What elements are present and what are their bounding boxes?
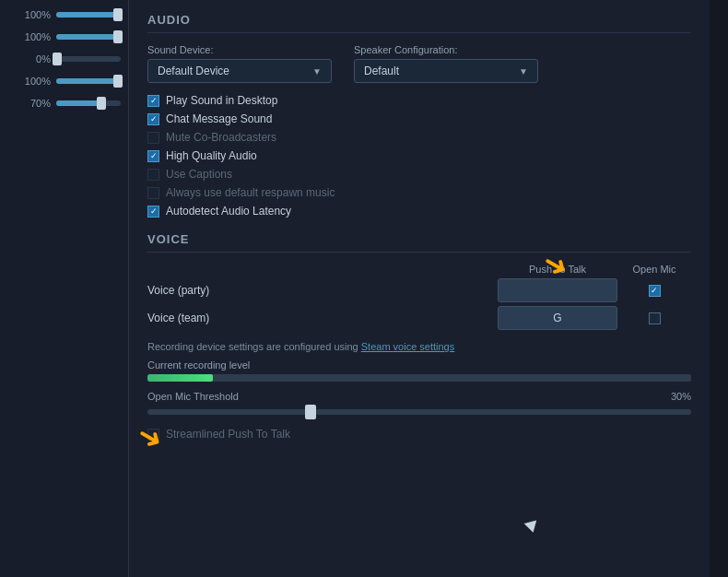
threshold-track[interactable]	[147, 409, 691, 415]
checkbox-autodetect-box[interactable]	[147, 206, 159, 218]
voice-party-ptt-button[interactable]	[498, 278, 617, 302]
checkbox-streamlined[interactable]: Streamlined Push To Talk	[147, 428, 691, 441]
threshold-label: Open Mic Threshold	[147, 391, 652, 402]
voice-row-party: Voice (party)	[147, 278, 691, 302]
checkbox-autodetect-label: Autodetect Audio Latency	[166, 205, 291, 218]
current-level-label: Current recording level	[147, 359, 691, 371]
slider-fill-2	[56, 34, 118, 40]
checkbox-high-quality-label: High Quality Audio	[166, 149, 257, 162]
left-sidebar: 100% 100% 0% 100% 70%	[0, 0, 129, 577]
slider-row-2: 100%	[7, 31, 121, 42]
sound-device-value: Default Device	[158, 65, 229, 77]
threshold-thumb[interactable]	[305, 405, 316, 419]
checkbox-play-sound[interactable]: Play Sound in Desktop	[147, 94, 691, 107]
voice-party-name: Voice (party)	[147, 284, 498, 297]
current-level-bar	[147, 374, 691, 382]
threshold-value: 30%	[659, 391, 691, 402]
checkbox-chat-sound[interactable]: Chat Message Sound	[147, 112, 691, 125]
sound-device-arrow-icon: ▼	[312, 66, 322, 77]
slider-fill-5	[56, 100, 101, 106]
speaker-config-field: Speaker Configuration: Default ▼	[354, 44, 538, 83]
slider-row-5: 70%	[7, 98, 121, 109]
checkbox-default-music-label: Always use default respawn music	[166, 186, 335, 199]
main-wrapper: ➜ ➜ AUDIO Sound Device: Default Device ▼…	[129, 0, 710, 577]
voice-ptt-header: Push To Talk	[498, 264, 617, 275]
slider-track-1[interactable]	[56, 12, 121, 18]
voice-team-open-col	[617, 312, 691, 324]
audio-section-title: AUDIO	[147, 13, 691, 33]
checkbox-high-quality[interactable]: High Quality Audio	[147, 149, 691, 162]
voice-section: VOICE Push To Talk Open Mic Voice (party…	[147, 232, 691, 441]
speaker-config-label: Speaker Configuration:	[354, 44, 538, 55]
checkbox-mute-co[interactable]: Mute Co-Broadcasters	[147, 131, 691, 144]
speaker-config-dropdown[interactable]: Default ▼	[354, 59, 538, 83]
checkbox-default-music[interactable]: Always use default respawn music	[147, 186, 691, 199]
threshold-row: Open Mic Threshold 30%	[147, 391, 691, 402]
sound-device-dropdown[interactable]: Default Device ▼	[147, 59, 332, 83]
slider-label-3: 0%	[18, 53, 51, 65]
checkbox-captions-box[interactable]	[147, 169, 159, 181]
checkbox-captions[interactable]: Use Captions	[147, 168, 691, 181]
slider-label-4: 100%	[18, 76, 51, 87]
checkbox-captions-label: Use Captions	[166, 168, 232, 181]
slider-thumb-2	[113, 30, 123, 43]
voice-header-row: Push To Talk Open Mic	[147, 264, 691, 275]
slider-thumb-4	[113, 75, 123, 88]
checkbox-chat-sound-box[interactable]	[147, 113, 159, 125]
voice-party-open-checkbox[interactable]	[649, 285, 661, 297]
voice-party-open-col	[617, 285, 691, 297]
checkbox-mute-co-box[interactable]	[147, 132, 159, 144]
slider-fill-4	[56, 78, 118, 84]
main-content: AUDIO Sound Device: Default Device ▼ Spe…	[129, 0, 710, 577]
recording-note-text: Recording device settings are configured…	[147, 341, 361, 352]
checkbox-chat-sound-label: Chat Message Sound	[166, 112, 272, 125]
checkbox-mute-co-label: Mute Co-Broadcasters	[166, 131, 276, 144]
level-section: Current recording level Open Mic Thresho…	[147, 359, 691, 415]
slider-thumb-1	[113, 8, 123, 21]
checkbox-default-music-box[interactable]	[147, 187, 159, 199]
slider-track-2[interactable]	[56, 34, 121, 40]
sound-device-label: Sound Device:	[147, 44, 332, 55]
slider-thumb-5	[97, 97, 106, 110]
slider-row-3: 0%	[7, 53, 121, 65]
slider-fill-1	[56, 12, 118, 18]
slider-track-3[interactable]	[56, 56, 121, 62]
slider-label-2: 100%	[18, 31, 51, 42]
checkbox-autodetect[interactable]: Autodetect Audio Latency	[147, 205, 691, 218]
slider-row-1: 100%	[7, 9, 121, 20]
right-panel	[710, 0, 728, 577]
voice-team-ptt-button[interactable]: G	[498, 306, 617, 330]
slider-track-5[interactable]	[56, 100, 121, 106]
checkbox-streamlined-label: Streamlined Push To Talk	[166, 428, 290, 441]
voice-row-team: Voice (team) G	[147, 306, 691, 330]
recording-note: Recording device settings are configured…	[147, 341, 691, 352]
current-level-fill	[147, 374, 213, 382]
checkbox-play-sound-box[interactable]	[147, 95, 159, 107]
checkbox-play-sound-label: Play Sound in Desktop	[166, 94, 277, 107]
voice-section-title: VOICE	[147, 232, 691, 253]
slider-row-4: 100%	[7, 76, 121, 87]
checkbox-streamlined-box[interactable]	[147, 429, 159, 441]
steam-voice-link[interactable]: Steam voice settings	[361, 341, 455, 352]
slider-label-1: 100%	[18, 9, 51, 20]
slider-track-4[interactable]	[56, 78, 121, 84]
slider-label-5: 70%	[18, 98, 51, 109]
voice-open-header: Open Mic	[617, 264, 691, 275]
slider-thumb-3	[53, 53, 62, 65]
speaker-config-arrow-icon: ▼	[519, 66, 528, 77]
sound-device-field: Sound Device: Default Device ▼	[147, 44, 332, 83]
voice-team-name: Voice (team)	[147, 312, 498, 324]
voice-team-open-checkbox[interactable]	[649, 312, 661, 324]
checkbox-high-quality-box[interactable]	[147, 150, 159, 162]
speaker-config-value: Default	[364, 65, 399, 77]
device-field-group: Sound Device: Default Device ▼ Speaker C…	[147, 44, 691, 83]
